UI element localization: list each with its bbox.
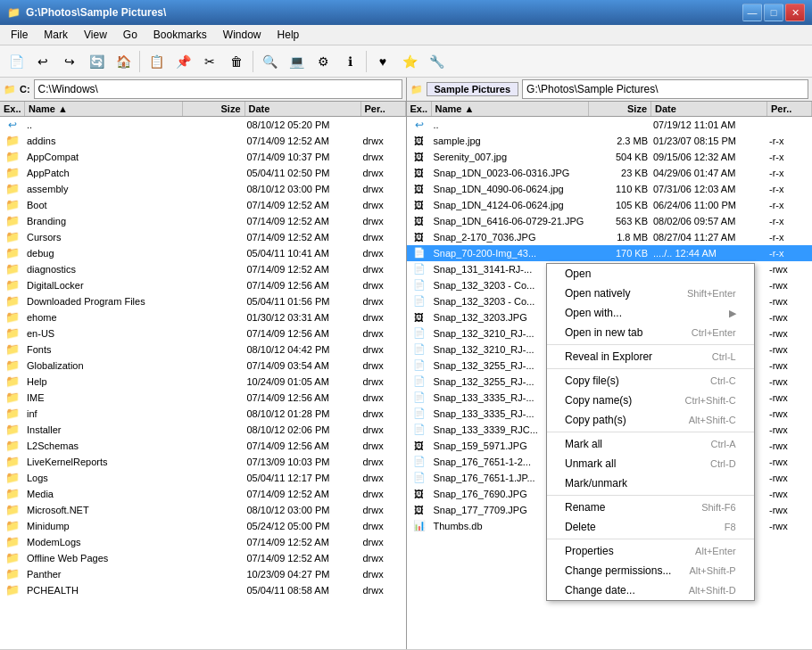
- left-col-date[interactable]: Date: [245, 102, 361, 116]
- menu-help[interactable]: Help: [270, 27, 307, 43]
- left-list-item[interactable]: 📁 ehome 01/30/12 03:31 AM drwx: [0, 309, 406, 325]
- left-list-item[interactable]: 📁 Media 07/14/09 12:52 AM drwx: [0, 486, 406, 502]
- left-address-input[interactable]: [34, 79, 402, 99]
- left-list-item[interactable]: 📁 Offline Web Pages 07/14/09 12:52 AM dr…: [0, 550, 406, 566]
- left-list-item[interactable]: 📁 L2Schemas 07/14/09 12:56 AM drwx: [0, 438, 406, 454]
- toolbar-fwd-button[interactable]: ↪: [57, 49, 82, 74]
- cm-change-permissions-[interactable]: Change permissions... Alt+Shift-P: [547, 561, 754, 580]
- right-col-name[interactable]: Name ▲: [432, 102, 590, 116]
- toolbar-delete-button[interactable]: 🗑: [224, 49, 249, 74]
- left-list-item[interactable]: 📁 AppPatch 05/04/11 02:50 PM drwx: [0, 165, 406, 181]
- left-col-ex[interactable]: Ex..: [0, 102, 25, 116]
- cm-open-natively[interactable]: Open natively Shift+Enter: [547, 284, 754, 303]
- toolbar-favorite-button[interactable]: ♥: [370, 49, 395, 74]
- left-file-list[interactable]: ↩ .. 08/10/12 05:20 PM 📁 addins 07/14/09…: [0, 117, 407, 649]
- cm-copy-name-s-[interactable]: Copy name(s) Ctrl+Shift-C: [547, 391, 754, 410]
- right-col-ex[interactable]: Ex..: [407, 102, 432, 116]
- left-list-item[interactable]: 📁 Logs 05/04/11 12:17 PM drwx: [0, 470, 406, 486]
- toolbar: 📄 ↩ ↪ 🔄 🏠 📋 📌 ✂ 🗑 🔍 💻 ⚙ ℹ ♥ ⭐ 🔧: [0, 45, 812, 78]
- toolbar-gear-button[interactable]: 🔧: [424, 49, 449, 74]
- left-list-item[interactable]: 📁 debug 05/04/11 10:41 AM drwx: [0, 245, 406, 261]
- right-panel-tab[interactable]: Sample Pictures: [427, 82, 519, 96]
- context-menu-separator: [547, 495, 754, 496]
- left-list-item[interactable]: 📁 Panther 10/23/09 04:27 PM drwx: [0, 566, 406, 582]
- left-col-per[interactable]: Per..: [361, 102, 406, 116]
- right-list-item[interactable]: 🖼 sample.jpg 2.3 MB 01/23/07 08:15 PM -r…: [407, 133, 813, 149]
- close-window-button[interactable]: ✕: [785, 4, 805, 21]
- left-list-item[interactable]: 📁 Branding 07/14/09 12:52 AM drwx: [0, 213, 406, 229]
- left-list-item[interactable]: 📁 en-US 07/14/09 12:56 AM drwx: [0, 325, 406, 341]
- left-list-item[interactable]: 📁 IME 07/14/09 12:56 AM drwx: [0, 390, 406, 406]
- right-list-item[interactable]: ↩ .. 07/19/12 11:01 AM: [407, 117, 813, 133]
- left-list-item[interactable]: 📁 Microsoft.NET 08/10/12 03:00 PM drwx: [0, 502, 406, 518]
- toolbar-copy-button[interactable]: 📋: [144, 49, 169, 74]
- left-list-item[interactable]: 📁 LiveKernelReports 07/13/09 10:03 PM dr…: [0, 454, 406, 470]
- toolbar-back-button[interactable]: ↩: [30, 49, 55, 74]
- minimize-button[interactable]: —: [742, 4, 762, 21]
- toolbar-new-button[interactable]: 📄: [4, 49, 29, 74]
- cm-mark-all[interactable]: Mark all Ctrl-A: [547, 434, 754, 454]
- cm-reveal-in-explorer[interactable]: Reveal in Explorer Ctrl-L: [547, 347, 754, 366]
- left-list-item[interactable]: 📁 Help 10/24/09 01:05 AM drwx: [0, 374, 406, 390]
- menu-view[interactable]: View: [77, 27, 114, 43]
- cm-properties[interactable]: Properties Alt+Enter: [547, 541, 754, 561]
- toolbar-move-button[interactable]: ✂: [197, 49, 222, 74]
- menu-go[interactable]: Go: [116, 27, 145, 43]
- right-list-item[interactable]: 🖼 Snap_1DN_0023-06-0316.JPG 23 KB 04/29/…: [407, 165, 813, 181]
- left-list-item[interactable]: 📁 Downloaded Program Files 05/04/11 01:5…: [0, 293, 406, 309]
- toolbar-separator: [139, 51, 140, 72]
- left-list-item[interactable]: 📁 Globalization 07/14/09 03:54 AM drwx: [0, 358, 406, 374]
- right-col-per[interactable]: Per..: [767, 102, 812, 116]
- left-list-item[interactable]: 📁 ModemLogs 07/14/09 12:52 AM drwx: [0, 534, 406, 550]
- cm-open[interactable]: Open: [547, 264, 754, 284]
- menu-bookmarks[interactable]: Bookmarks: [146, 27, 214, 43]
- cm-copy-file-s-[interactable]: Copy file(s) Ctrl-C: [547, 371, 754, 391]
- toolbar-refresh-button[interactable]: 🔄: [84, 49, 109, 74]
- left-list-item[interactable]: 📁 diagnostics 07/14/09 12:52 AM drwx: [0, 261, 406, 277]
- right-col-size[interactable]: Size: [589, 102, 651, 116]
- right-col-date[interactable]: Date: [651, 102, 767, 116]
- left-list-item[interactable]: 📁 PCHEALTH 05/04/11 08:58 AM drwx: [0, 582, 406, 598]
- cm-unmark-all[interactable]: Unmark all Ctrl-D: [547, 454, 754, 473]
- left-col-size[interactable]: Size: [183, 102, 245, 116]
- menu-window[interactable]: Window: [216, 27, 269, 43]
- left-list-item[interactable]: 📁 Fonts 08/10/12 04:42 PM drwx: [0, 341, 406, 358]
- left-col-name[interactable]: Name ▲: [25, 102, 183, 116]
- toolbar-info-button[interactable]: ℹ: [337, 49, 362, 74]
- left-list-item[interactable]: 📁 addins 07/14/09 12:52 AM drwx: [0, 133, 406, 149]
- left-list-item[interactable]: 📁 DigitalLocker 07/14/09 12:56 AM drwx: [0, 277, 406, 293]
- left-list-item[interactable]: 📁 Cursors 07/14/09 12:52 AM drwx: [0, 229, 406, 245]
- left-list-item[interactable]: 📁 Installer 08/10/12 02:06 PM drwx: [0, 422, 406, 438]
- context-menu[interactable]: Open Open natively Shift+EnterOpen with.…: [546, 263, 755, 601]
- toolbar-settings-button[interactable]: ⚙: [311, 49, 336, 74]
- maximize-button[interactable]: □: [764, 4, 783, 21]
- menu-mark[interactable]: Mark: [37, 27, 75, 43]
- cm-delete[interactable]: Delete F8: [547, 517, 754, 537]
- left-list-item[interactable]: 📁 AppCompat 07/14/09 10:37 PM drwx: [0, 149, 406, 165]
- right-list-item[interactable]: 📄 Snap_70-200-Img_43... 170 KB ..../.. 1…: [407, 245, 813, 261]
- cm-change-date-[interactable]: Change date... Alt+Shift-D: [547, 580, 754, 600]
- left-list-item[interactable]: 📁 inf 08/10/12 01:28 PM drwx: [0, 406, 406, 422]
- toolbar-home-button[interactable]: 🏠: [111, 49, 136, 74]
- toolbar-paste-button[interactable]: 📌: [170, 49, 195, 74]
- right-list-item[interactable]: 🖼 Snap_2-170_7036.JPG 1.8 MB 08/27/04 11…: [407, 229, 813, 245]
- left-list-item[interactable]: 📁 Minidump 05/24/12 05:00 PM drwx: [0, 518, 406, 534]
- cm-mark-unmark[interactable]: Mark/unmark: [547, 473, 754, 493]
- cm-open-in-new-tab[interactable]: Open in new tab Ctrl+Enter: [547, 323, 754, 342]
- right-list-item[interactable]: 🖼 Snap_1DN_4124-06-0624.jpg 105 KB 06/24…: [407, 197, 813, 213]
- left-list-item[interactable]: ↩ .. 08/10/12 05:20 PM: [0, 117, 406, 133]
- menubar: FileMarkViewGoBookmarksWindowHelp: [0, 25, 812, 45]
- right-address-input[interactable]: [522, 79, 808, 99]
- cm-copy-path-s-[interactable]: Copy path(s) Alt+Shift-C: [547, 410, 754, 430]
- cm-open-with-[interactable]: Open with... ▶: [547, 303, 754, 323]
- right-list-item[interactable]: 🖼 Snap_1DN_4090-06-0624.jpg 110 KB 07/31…: [407, 181, 813, 197]
- cm-rename[interactable]: Rename Shift-F6: [547, 498, 754, 517]
- toolbar-bookmark-button[interactable]: ⭐: [397, 49, 422, 74]
- left-list-item[interactable]: 📁 assembly 08/10/12 03:00 PM drwx: [0, 181, 406, 197]
- left-list-item[interactable]: 📁 Boot 07/14/09 12:52 AM drwx: [0, 197, 406, 213]
- toolbar-search-button[interactable]: 🔍: [257, 49, 282, 74]
- right-list-item[interactable]: 🖼 Serenity_007.jpg 504 KB 09/15/06 12:32…: [407, 149, 813, 165]
- toolbar-terminal-button[interactable]: 💻: [284, 49, 309, 74]
- right-list-item[interactable]: 🖼 Snap_1DN_6416-06-0729-21.JPG 563 KB 08…: [407, 213, 813, 229]
- menu-file[interactable]: File: [4, 27, 35, 43]
